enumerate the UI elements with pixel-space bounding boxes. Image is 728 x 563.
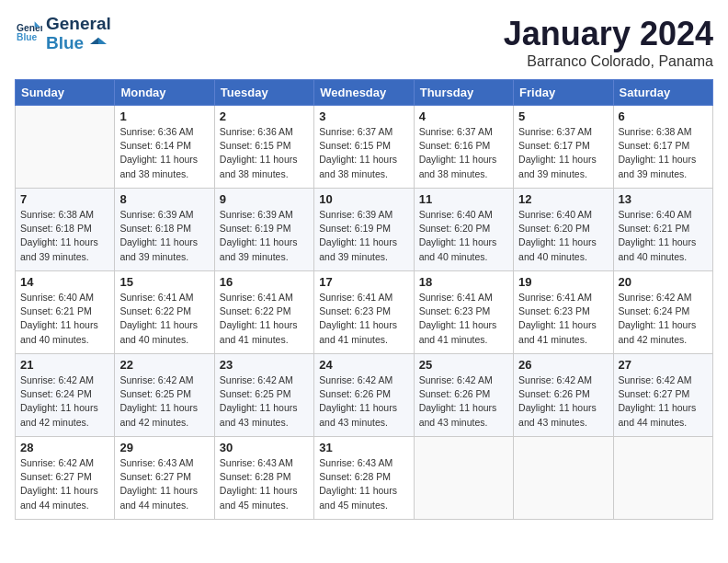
day-info: Sunrise: 6:40 AMSunset: 6:21 PMDaylight:… [619,208,708,264]
day-info: Sunrise: 6:42 AMSunset: 6:24 PMDaylight:… [619,291,708,347]
day-info: Sunrise: 6:42 AMSunset: 6:27 PMDaylight:… [619,373,708,430]
day-info: Sunrise: 6:40 AMSunset: 6:20 PMDaylight:… [419,208,508,264]
logo-text: General Blue [46,15,111,53]
day-cell: 13Sunrise: 6:40 AMSunset: 6:21 PMDayligh… [613,189,712,271]
day-cell: 11Sunrise: 6:40 AMSunset: 6:20 PMDayligh… [414,189,513,271]
day-cell: 20Sunrise: 6:42 AMSunset: 6:24 PMDayligh… [613,271,712,354]
title-block: January 2024 Barranco Colorado, Panama [504,15,713,70]
day-cell: 4Sunrise: 6:37 AMSunset: 6:16 PMDaylight… [414,106,513,189]
header-sunday: Sunday [16,80,115,106]
day-cell: 2Sunrise: 6:36 AMSunset: 6:15 PMDaylight… [214,106,313,189]
day-number: 22 [119,358,209,372]
svg-text:Blue: Blue [17,32,38,42]
day-number: 10 [319,192,408,206]
day-cell: 21Sunrise: 6:42 AMSunset: 6:24 PMDayligh… [16,354,115,437]
day-number: 26 [518,358,608,372]
day-cell: 3Sunrise: 6:37 AMSunset: 6:15 PMDaylight… [314,106,414,189]
day-number: 2 [220,109,309,123]
day-info: Sunrise: 6:41 AMSunset: 6:23 PMDaylight:… [518,291,608,347]
day-number: 11 [419,192,508,206]
header-friday: Friday [514,80,613,106]
day-info: Sunrise: 6:37 AMSunset: 6:15 PMDaylight:… [319,125,408,181]
day-cell: 18Sunrise: 6:41 AMSunset: 6:23 PMDayligh… [414,271,513,354]
day-info: Sunrise: 6:43 AMSunset: 6:27 PMDaylight:… [119,456,209,512]
day-number: 5 [518,109,608,123]
day-info: Sunrise: 6:41 AMSunset: 6:22 PMDaylight:… [220,291,309,347]
header-monday: Monday [115,80,214,106]
day-cell: 8Sunrise: 6:39 AMSunset: 6:18 PMDaylight… [115,189,214,271]
day-number: 28 [20,441,109,454]
day-cell: 23Sunrise: 6:42 AMSunset: 6:25 PMDayligh… [214,354,313,437]
day-cell: 16Sunrise: 6:41 AMSunset: 6:22 PMDayligh… [214,271,313,354]
calendar-body: 1Sunrise: 6:36 AMSunset: 6:14 PMDaylight… [16,106,713,520]
day-number: 15 [119,275,209,289]
day-info: Sunrise: 6:42 AMSunset: 6:24 PMDaylight:… [20,373,109,430]
day-info: Sunrise: 6:39 AMSunset: 6:19 PMDaylight:… [319,208,408,264]
day-number: 20 [619,275,708,289]
day-cell: 30Sunrise: 6:43 AMSunset: 6:28 PMDayligh… [214,437,313,520]
day-info: Sunrise: 6:42 AMSunset: 6:26 PMDaylight:… [419,373,508,430]
day-cell [16,106,115,189]
day-cell: 17Sunrise: 6:41 AMSunset: 6:23 PMDayligh… [314,271,414,354]
day-number: 29 [119,441,209,454]
day-number: 14 [20,275,109,289]
day-number: 7 [20,192,109,206]
day-cell: 5Sunrise: 6:37 AMSunset: 6:17 PMDaylight… [514,106,613,189]
day-cell: 26Sunrise: 6:42 AMSunset: 6:26 PMDayligh… [514,354,613,437]
calendar-header-row: SundayMondayTuesdayWednesdayThursdayFrid… [16,80,713,106]
day-cell: 14Sunrise: 6:40 AMSunset: 6:21 PMDayligh… [16,271,115,354]
day-info: Sunrise: 6:42 AMSunset: 6:27 PMDaylight:… [20,456,109,512]
day-number: 6 [619,109,708,123]
day-info: Sunrise: 6:41 AMSunset: 6:23 PMDaylight:… [419,291,508,347]
day-cell [514,437,613,520]
day-number: 23 [220,358,309,372]
day-info: Sunrise: 6:37 AMSunset: 6:16 PMDaylight:… [419,125,508,181]
day-number: 13 [619,192,708,206]
day-cell: 7Sunrise: 6:38 AMSunset: 6:18 PMDaylight… [16,189,115,271]
day-info: Sunrise: 6:39 AMSunset: 6:18 PMDaylight:… [119,208,209,264]
day-cell: 24Sunrise: 6:42 AMSunset: 6:26 PMDayligh… [314,354,414,437]
day-number: 16 [220,275,309,289]
day-cell: 12Sunrise: 6:40 AMSunset: 6:20 PMDayligh… [514,189,613,271]
header-wednesday: Wednesday [314,80,414,106]
header-thursday: Thursday [414,80,513,106]
day-cell: 10Sunrise: 6:39 AMSunset: 6:19 PMDayligh… [314,189,414,271]
day-number: 9 [220,192,309,206]
day-info: Sunrise: 6:36 AMSunset: 6:14 PMDaylight:… [119,125,209,181]
day-cell: 25Sunrise: 6:42 AMSunset: 6:26 PMDayligh… [414,354,513,437]
day-cell: 15Sunrise: 6:41 AMSunset: 6:22 PMDayligh… [115,271,214,354]
day-number: 25 [419,358,508,372]
day-cell: 1Sunrise: 6:36 AMSunset: 6:14 PMDaylight… [115,106,214,189]
logo: General Blue General Blue [15,15,111,53]
day-cell: 6Sunrise: 6:38 AMSunset: 6:17 PMDaylight… [613,106,712,189]
day-info: Sunrise: 6:38 AMSunset: 6:18 PMDaylight:… [20,208,109,264]
day-cell: 22Sunrise: 6:42 AMSunset: 6:25 PMDayligh… [115,354,214,437]
day-info: Sunrise: 6:41 AMSunset: 6:22 PMDaylight:… [119,291,209,347]
page-header: General Blue General Blue January 2024 B… [15,15,713,70]
day-info: Sunrise: 6:42 AMSunset: 6:25 PMDaylight:… [119,373,209,430]
day-number: 30 [220,441,309,454]
day-number: 19 [518,275,608,289]
week-row-4: 21Sunrise: 6:42 AMSunset: 6:24 PMDayligh… [16,354,713,437]
day-number: 24 [319,358,408,372]
day-number: 4 [419,109,508,123]
day-info: Sunrise: 6:43 AMSunset: 6:28 PMDaylight:… [220,456,309,512]
logo-bird-icon [90,36,107,52]
day-number: 8 [119,192,209,206]
day-number: 12 [518,192,608,206]
day-info: Sunrise: 6:38 AMSunset: 6:17 PMDaylight:… [619,125,708,181]
day-number: 21 [20,358,109,372]
svg-marker-3 [98,38,107,44]
calendar-title: January 2024 [504,15,713,53]
logo-icon: General Blue [17,19,42,45]
day-number: 27 [619,358,708,372]
day-cell: 31Sunrise: 6:43 AMSunset: 6:28 PMDayligh… [314,437,414,520]
day-info: Sunrise: 6:37 AMSunset: 6:17 PMDaylight:… [518,125,608,181]
week-row-3: 14Sunrise: 6:40 AMSunset: 6:21 PMDayligh… [16,271,713,354]
day-info: Sunrise: 6:41 AMSunset: 6:23 PMDaylight:… [319,291,408,347]
day-info: Sunrise: 6:43 AMSunset: 6:28 PMDaylight:… [319,456,408,512]
day-cell [414,437,513,520]
week-row-5: 28Sunrise: 6:42 AMSunset: 6:27 PMDayligh… [16,437,713,520]
day-info: Sunrise: 6:36 AMSunset: 6:15 PMDaylight:… [220,125,309,181]
svg-marker-4 [90,38,98,44]
